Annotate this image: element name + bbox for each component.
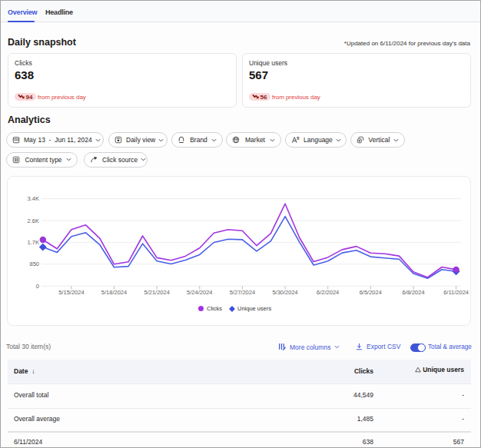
- svg-text:5/24/2024: 5/24/2024: [187, 289, 212, 296]
- svg-text:5/27/2024: 5/27/2024: [230, 289, 255, 296]
- svg-text:6/2/2024: 6/2/2024: [317, 289, 339, 296]
- svg-text:5/18/2024: 5/18/2024: [101, 289, 127, 296]
- svg-text:850: 850: [29, 261, 39, 267]
- svg-text:5/30/2024: 5/30/2024: [272, 289, 297, 296]
- svg-text:0: 0: [36, 283, 39, 290]
- svg-text:5/21/2024: 5/21/2024: [144, 289, 170, 296]
- svg-text:5/15/2024: 5/15/2024: [58, 289, 84, 296]
- svg-text:6/5/2024: 6/5/2024: [360, 289, 382, 296]
- svg-text:6/11/2024: 6/11/2024: [443, 289, 469, 296]
- svg-text:6/8/2024: 6/8/2024: [402, 289, 424, 296]
- svg-text:1.7K: 1.7K: [28, 239, 39, 246]
- svg-text:2.6K: 2.6K: [28, 217, 39, 224]
- svg-text:3.4K: 3.4K: [28, 195, 39, 202]
